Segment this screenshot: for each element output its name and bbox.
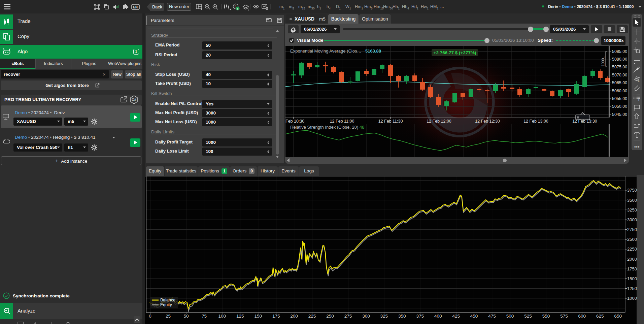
- svg-text:Balance: Balance: [160, 298, 175, 302]
- svg-text:575: 575: [560, 314, 568, 319]
- svg-text:1000: 1000: [627, 296, 637, 301]
- svg-text:5163.88: 5163.88: [365, 48, 381, 54]
- svg-text:12 Feb 12:30: 12 Feb 12:30: [475, 119, 500, 124]
- svg-text:425: 425: [452, 314, 460, 319]
- svg-text:Exponential Moving Average (Cl: Exponential Moving Average (Clos…: [290, 48, 362, 54]
- svg-text:Feb 10:30: Feb 10:30: [285, 119, 304, 124]
- svg-text:600: 600: [578, 314, 586, 319]
- svg-text:475: 475: [488, 314, 496, 319]
- svg-text:EN: EN: [133, 5, 138, 9]
- svg-text:Relative Strength Index (Close: Relative Strength Index (Close, 20) 48: [290, 125, 364, 130]
- svg-text:100: 100: [218, 314, 226, 319]
- svg-text:225: 225: [308, 314, 316, 319]
- svg-text:375: 375: [416, 314, 424, 319]
- svg-text:3000: 3000: [627, 217, 637, 222]
- svg-text:0: 0: [149, 314, 151, 319]
- svg-text:5085.00: 5085.00: [612, 49, 627, 54]
- svg-text:1750: 1750: [627, 266, 637, 271]
- svg-text:8: 8: [237, 7, 239, 10]
- svg-text:1000…: 1000…: [601, 55, 605, 66]
- svg-text:3250: 3250: [627, 207, 637, 213]
- svg-text:f: f: [235, 5, 236, 8]
- svg-text:Equity: Equity: [160, 302, 172, 307]
- svg-text:F: F: [638, 98, 640, 101]
- svg-text:5075.00: 5075.00: [612, 65, 627, 69]
- svg-text:125: 125: [236, 314, 244, 319]
- svg-text:275: 275: [344, 314, 352, 319]
- svg-text:200: 200: [290, 314, 298, 319]
- svg-text:3500: 3500: [627, 198, 637, 203]
- svg-text:250: 250: [326, 314, 334, 319]
- svg-text:450: 450: [470, 314, 478, 319]
- svg-text:75: 75: [202, 314, 207, 319]
- svg-text:5060.00: 5060.00: [612, 89, 627, 93]
- svg-text:550: 550: [542, 314, 550, 319]
- svg-text:12 Feb 11:00: 12 Feb 11:00: [330, 119, 354, 124]
- svg-text:C#: C#: [132, 98, 136, 102]
- svg-text:300: 300: [362, 314, 370, 319]
- svg-text:400: 400: [434, 314, 442, 319]
- svg-text:25: 25: [166, 314, 171, 319]
- svg-text:500: 500: [506, 314, 514, 319]
- svg-text:650: 650: [614, 314, 622, 319]
- svg-text:3750: 3750: [627, 188, 637, 193]
- svg-text:175: 175: [272, 314, 280, 319]
- svg-text:150: 150: [254, 314, 262, 319]
- svg-text:5050.00: 5050.00: [612, 104, 627, 109]
- svg-text:1500: 1500: [627, 276, 637, 281]
- svg-text:325: 325: [380, 314, 388, 319]
- svg-text:12 Feb 12:00: 12 Feb 12:00: [427, 119, 451, 124]
- svg-text:2250: 2250: [627, 247, 637, 252]
- svg-text:£: £: [638, 79, 640, 83]
- svg-text:5070.00: 5070.00: [612, 73, 627, 77]
- svg-text:2000: 2000: [627, 257, 637, 262]
- svg-text:5045.00: 5045.00: [612, 112, 627, 117]
- svg-text:625: 625: [596, 314, 604, 319]
- svg-text:12 Feb 13:00: 12 Feb 13:00: [523, 119, 548, 124]
- svg-text:2500: 2500: [627, 237, 637, 242]
- svg-text:525: 525: [524, 314, 532, 319]
- svg-text:12 Feb 11:30: 12 Feb 11:30: [378, 119, 403, 124]
- svg-text:2750: 2750: [627, 227, 637, 232]
- svg-text:50: 50: [183, 314, 189, 319]
- svg-text:350: 350: [398, 314, 406, 319]
- svg-text:+2 766.77 $ (+277%): +2 766.77 $ (+277%): [434, 50, 476, 55]
- svg-text:5065.00: 5065.00: [612, 80, 627, 85]
- svg-text:5080.00: 5080.00: [612, 57, 627, 62]
- svg-text:5055.00: 5055.00: [612, 96, 627, 101]
- svg-text:1250: 1250: [627, 286, 637, 291]
